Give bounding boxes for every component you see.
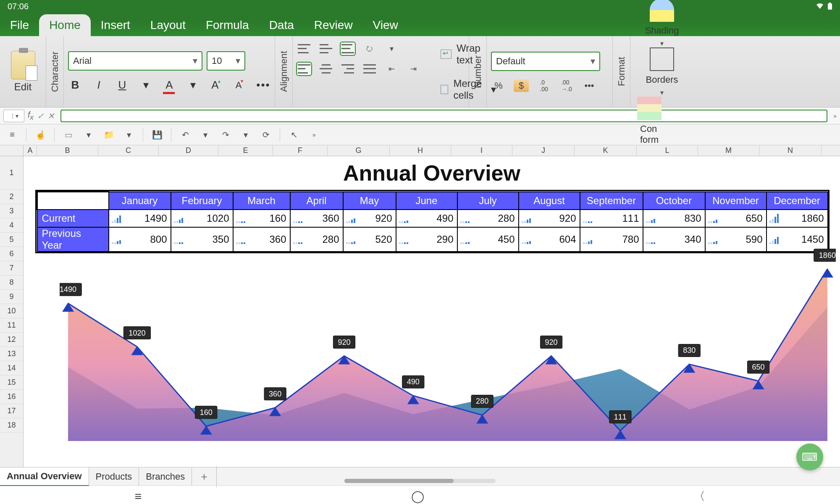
row-header-8[interactable]: 8 — [0, 276, 23, 290]
percent-button[interactable]: % — [491, 79, 506, 92]
align-middle-button[interactable] — [319, 42, 333, 55]
row-header-7[interactable]: 7 — [0, 261, 23, 276]
col-header-F[interactable]: F — [273, 145, 328, 156]
col-header-M[interactable]: M — [698, 145, 759, 156]
tab-data[interactable]: Data — [259, 14, 304, 36]
underline-button[interactable]: U — [115, 78, 129, 92]
open-file-dropdown[interactable]: ▾ — [123, 129, 135, 141]
row-header-9[interactable]: 9 — [0, 290, 23, 304]
increase-indent-button[interactable]: ⇥ — [406, 63, 420, 75]
font-more-button[interactable]: ••• — [256, 78, 270, 92]
data-cell[interactable]: 650 — [705, 210, 766, 227]
data-cell[interactable]: 1490 — [109, 210, 171, 227]
row-header-11[interactable]: 11 — [0, 318, 23, 333]
data-cell[interactable]: 920 — [519, 210, 580, 227]
cursor-icon[interactable]: ↖ — [288, 129, 300, 141]
col-header-J[interactable]: J — [512, 145, 575, 156]
data-cell[interactable]: 280 — [457, 210, 519, 227]
collapse-ribbon-icon[interactable]: ︿ — [825, 20, 834, 33]
tab-insert[interactable]: Insert — [91, 14, 140, 36]
tab-file[interactable]: File — [0, 14, 39, 36]
row-header-5[interactable]: 5 — [0, 233, 23, 247]
borders-button[interactable]: Borders ▾ — [635, 47, 689, 97]
data-cell[interactable]: 1860 — [766, 210, 828, 227]
name-box[interactable]: ⋮▾ — [3, 110, 24, 122]
row-header-16[interactable]: 16 — [0, 390, 23, 404]
font-name-combo[interactable]: Arial — [68, 51, 202, 71]
cells-area[interactable]: Annual Overview JanuaryFebruaryMarchApri… — [24, 156, 840, 467]
row-header-17[interactable]: 17 — [0, 404, 23, 418]
tab-review[interactable]: Review — [304, 14, 363, 36]
row-header-4[interactable]: 4 — [0, 218, 23, 233]
row-header-3[interactable]: 3 — [0, 204, 23, 218]
shrink-font-button[interactable]: A▾ — [233, 78, 247, 92]
keyboard-fab[interactable]: ⌨ — [796, 444, 823, 470]
undo-button[interactable]: ↶ — [179, 129, 192, 141]
decrease-indent-button[interactable]: ⇤ — [384, 63, 399, 75]
formula-input[interactable] — [60, 110, 827, 122]
fx-icon[interactable]: fx — [28, 110, 34, 122]
add-sheet-button[interactable]: ＋ — [192, 466, 217, 487]
row-header-13[interactable]: 13 — [0, 347, 23, 361]
row-header-2[interactable]: 2 — [0, 190, 23, 204]
tab-view[interactable]: View — [363, 14, 408, 36]
horizontal-scrollbar[interactable] — [344, 479, 496, 483]
data-cell[interactable]: 490 — [396, 210, 457, 227]
sheet-tab-annual[interactable]: Annual Overview — [0, 467, 89, 486]
row-header-1[interactable]: 1 — [0, 156, 23, 190]
data-cell[interactable]: 111 — [580, 210, 643, 227]
undo-dropdown[interactable]: ▾ — [199, 129, 212, 141]
scroll-thumb[interactable] — [344, 479, 454, 483]
new-file-button[interactable]: ▭ — [62, 129, 75, 141]
pointer-icon[interactable]: ☝ — [34, 129, 47, 141]
row-header-6[interactable]: 6 — [0, 247, 23, 261]
align-right-button[interactable] — [341, 63, 355, 75]
sheet-tab-products[interactable]: Products — [89, 468, 139, 486]
toolbar-overflow-icon[interactable]: » — [308, 129, 320, 141]
grow-font-button[interactable]: A▴ — [209, 78, 223, 92]
row-header-10[interactable]: 10 — [0, 304, 23, 318]
data-cell[interactable]: 1020 — [171, 210, 233, 227]
font-size-combo[interactable]: 10 — [207, 51, 245, 71]
open-file-button[interactable]: 📁 — [102, 129, 115, 141]
row-header-18[interactable]: 18 — [0, 418, 23, 433]
col-header-H[interactable]: H — [390, 145, 451, 156]
font-color-button[interactable]: A — [162, 78, 176, 92]
text-orientation-dropdown[interactable]: ▾ — [384, 42, 399, 55]
refresh-button[interactable]: ⟳ — [260, 129, 272, 141]
col-header-L[interactable]: L — [637, 145, 698, 156]
bold-button[interactable]: B — [68, 78, 82, 92]
row-header-14[interactable]: 14 — [0, 361, 23, 375]
col-header-G[interactable]: G — [328, 145, 390, 156]
sheet-grid[interactable]: 123456789101112131415161718 Annual Overv… — [0, 156, 840, 467]
number-more-button[interactable]: ••• — [582, 79, 597, 92]
tab-home[interactable]: Home — [39, 14, 91, 36]
tab-formula[interactable]: Formula — [196, 14, 259, 36]
shading-button[interactable]: Shading ▾ — [635, 0, 689, 47]
data-cell[interactable]: 830 — [643, 210, 705, 227]
align-left-button[interactable] — [297, 63, 311, 75]
sheet-tab-branches[interactable]: Branches — [139, 468, 192, 486]
data-cell[interactable]: 360 — [290, 210, 343, 227]
redo-button[interactable]: ↷ — [219, 129, 232, 141]
align-top-button[interactable] — [297, 42, 311, 55]
tab-layout[interactable]: Layout — [140, 14, 196, 36]
align-center-button[interactable] — [319, 63, 333, 75]
clipboard-icon[interactable] — [11, 51, 35, 79]
col-header-B[interactable]: B — [37, 145, 98, 156]
row-header-15[interactable]: 15 — [0, 375, 23, 390]
redo-dropdown[interactable]: ▾ — [239, 129, 252, 141]
home-button[interactable]: ◯ — [411, 489, 424, 503]
col-header-A[interactable]: A — [24, 145, 37, 156]
cancel-icon[interactable]: ✕ — [47, 111, 55, 121]
col-header-D[interactable]: D — [159, 145, 218, 156]
row-header-12[interactable]: 12 — [0, 333, 23, 347]
back-button[interactable]: 〈 — [693, 488, 705, 504]
increase-decimal-button[interactable]: .0.00 — [536, 79, 551, 92]
select-all-corner[interactable] — [0, 145, 24, 156]
col-header-C[interactable]: C — [98, 145, 159, 156]
recents-button[interactable]: ≡ — [135, 490, 142, 503]
col-header-N[interactable]: N — [759, 145, 822, 156]
currency-button[interactable]: $ — [514, 79, 529, 92]
col-header-I[interactable]: I — [451, 145, 512, 156]
